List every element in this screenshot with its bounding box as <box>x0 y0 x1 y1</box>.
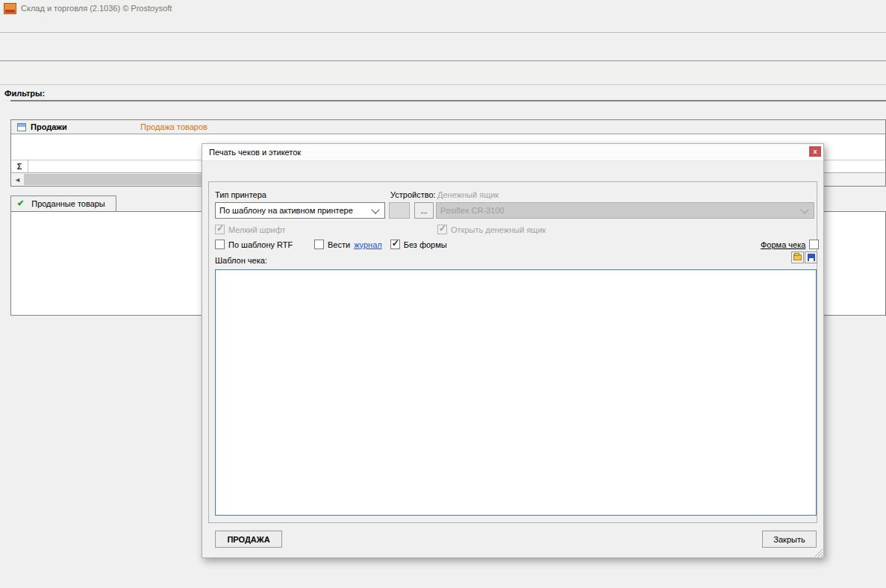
open-template-button[interactable] <box>791 251 804 263</box>
log-label: Вести <box>328 240 350 249</box>
device-label: Устройство: <box>390 190 436 199</box>
app-window: Склад и торговля (2.1036) © Prostoysoft … <box>0 0 886 588</box>
toolbar <box>0 61 886 85</box>
rtf-checkbox[interactable] <box>215 240 225 249</box>
browse-button[interactable]: ... <box>414 202 434 219</box>
template-label: Шаблон чека: <box>215 256 267 265</box>
sale-button[interactable]: ПРОДАЖА <box>215 531 282 548</box>
receipt-form-link[interactable]: Форма чека <box>761 240 805 249</box>
dialog-title: Печать чеков и этикеток <box>209 148 301 157</box>
menu-bar <box>0 16 886 33</box>
no-form-label: Без формы <box>404 240 447 249</box>
main-tabbar <box>0 33 886 61</box>
open-drawer-label: Открыть денежный ящик <box>451 225 546 234</box>
filters-label: Фильтры: <box>0 85 886 100</box>
sales-panel-header: Продажи Продажа товаров <box>11 120 885 134</box>
open-folder-icon <box>793 254 802 260</box>
dialog-close-icon[interactable]: x <box>809 146 821 157</box>
printer-type-value: По шаблону на активном принтере <box>219 206 353 215</box>
sold-goods-tab-label: Проданные товары <box>31 199 105 208</box>
log-link[interactable]: журнал <box>354 240 382 249</box>
log-row: Вести журнал Без формы <box>314 240 447 249</box>
device-name-label: Денежный ящик <box>437 190 499 199</box>
print-receipts-dialog: Печать чеков и этикеток x Тип принтера У… <box>202 143 824 558</box>
window-title: Склад и торговля (2.1036) © Prostoysoft <box>21 4 172 13</box>
resize-grip[interactable] <box>814 548 823 557</box>
device-select: Posiflex CR-3100 <box>436 202 814 219</box>
open-drawer-checkbox <box>437 225 447 234</box>
scroll-left-icon[interactable]: ◄ <box>11 174 24 185</box>
title-bar: Склад и торговля (2.1036) © Prostoysoft <box>0 0 886 16</box>
small-font-label: Мелкий шрифт <box>228 225 286 234</box>
sum-marker: Σ <box>11 160 28 172</box>
save-icon <box>808 254 815 261</box>
sales-subtitle: Продажа товаров <box>140 122 208 131</box>
app-icon <box>4 3 16 14</box>
rtf-row: По шаблону RTF <box>215 240 293 249</box>
check-icon: ✔ <box>17 198 24 208</box>
receipt-form-checkbox[interactable] <box>809 240 819 249</box>
rtf-label: По шаблону RTF <box>228 240 293 249</box>
tab-sold-goods[interactable]: ✔ Проданные товары <box>10 196 116 211</box>
sales-title: Продажи <box>31 122 67 131</box>
table-icon <box>17 123 26 131</box>
form-row: Форма чека <box>761 240 819 249</box>
no-form-checkbox[interactable] <box>390 240 400 249</box>
printer-type-label: Тип принтера <box>215 190 266 199</box>
dialog-title-bar: Печать чеков и этикеток <box>202 144 823 161</box>
chevron-down-icon <box>371 205 379 213</box>
printer-color-box[interactable] <box>389 202 410 219</box>
log-checkbox[interactable] <box>314 240 324 249</box>
close-button[interactable]: Закрыть <box>762 531 817 548</box>
small-font-checkbox <box>215 225 225 234</box>
small-font-row: Мелкий шрифт <box>215 225 286 234</box>
receipt-template-textarea[interactable] <box>215 269 817 516</box>
printer-type-select[interactable]: По шаблону на активном принтере <box>215 202 385 219</box>
filters-grid <box>10 100 886 101</box>
open-drawer-row: Открыть денежный ящик <box>437 225 546 234</box>
device-value: Posiflex CR-3100 <box>440 206 505 215</box>
save-template-button[interactable] <box>805 251 817 263</box>
chevron-down-icon <box>800 205 808 213</box>
